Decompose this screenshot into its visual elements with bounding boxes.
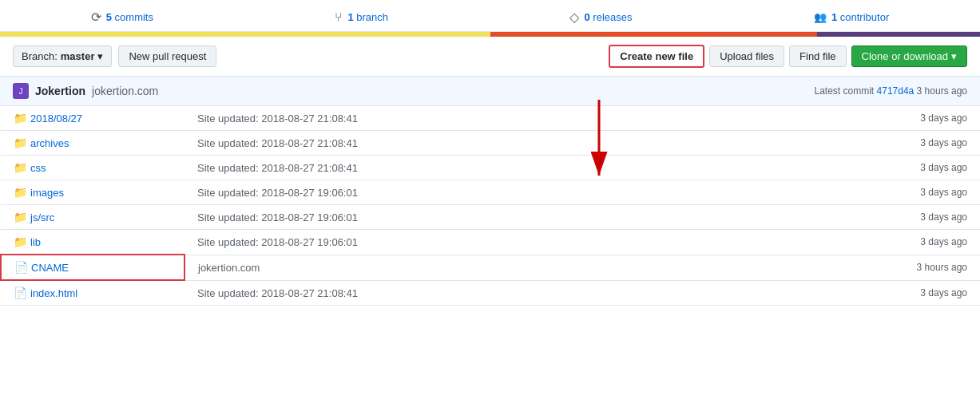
file-description: Site updated: 2018-08-27 19:06:01 — [197, 211, 358, 223]
branch-selector[interactable]: Branch: master ▾ — [13, 45, 112, 67]
table-row: 📁cssSite updated: 2018-08-27 21:08:413 d… — [1, 156, 980, 180]
table-row: 📄index.htmlSite updated: 2018-08-27 21:0… — [1, 280, 980, 306]
contributors-icon: 👥 — [814, 11, 827, 23]
language-bar — [0, 32, 980, 37]
folder-link[interactable]: css — [30, 162, 46, 174]
file-description-cell: jokertion.com — [184, 255, 749, 280]
file-name-cell: 📄CNAME — [1, 255, 184, 280]
lang-seg-3 — [817, 32, 981, 37]
branch-icon: ⑂ — [335, 10, 343, 25]
file-description-cell: Site updated: 2018-08-27 21:08:41 — [184, 131, 749, 156]
commit-meta: Latest commit 4717d4a 3 hours ago — [815, 85, 968, 97]
toolbar-left: Branch: master ▾ New pull request — [13, 45, 216, 67]
username-link[interactable]: Jokertion — [35, 85, 85, 97]
file-time-cell: 3 days ago — [749, 180, 980, 205]
file-name-cell: 📁lib — [1, 230, 184, 255]
file-table: 📁2018/08/27Site updated: 2018-08-27 21:0… — [0, 106, 980, 306]
lang-seg-1 — [0, 32, 490, 37]
contributors-link[interactable]: 1 contributor — [831, 11, 889, 23]
folder-icon: 📁 — [14, 186, 27, 199]
branch-count: 1 — [347, 11, 353, 23]
contributors-stat: 👥 1 contributor — [814, 11, 889, 23]
releases-stat: ◇ 0 releases — [569, 10, 632, 25]
branch-label: Branch: — [22, 50, 58, 62]
file-description-cell: Site updated: 2018-08-27 21:08:41 — [184, 156, 749, 180]
commits-icon: ⟳ — [91, 10, 101, 25]
table-row: 📁2018/08/27Site updated: 2018-08-27 21:0… — [1, 106, 980, 131]
file-description-cell: Site updated: 2018-08-27 19:06:01 — [184, 230, 749, 255]
chevron-down-icon: ▾ — [97, 50, 103, 62]
commits-link[interactable]: 5 commits — [106, 11, 153, 23]
file-name-cell: 📁2018/08/27 — [1, 106, 184, 131]
file-description-cell: Site updated: 2018-08-27 19:06:01 — [184, 205, 749, 230]
releases-count: 0 — [584, 11, 589, 23]
user-domain: jokertion.com — [92, 85, 158, 97]
contributor-count: 1 — [831, 11, 837, 23]
avatar: J — [13, 83, 29, 99]
file-link[interactable]: index.html — [30, 287, 77, 299]
branch-name: master — [61, 50, 95, 62]
page-wrapper: ⟳ 5 commits ⑂ 1 branch ◇ 0 releases 👥 1 — [0, 0, 980, 306]
folder-icon: 📁 — [14, 161, 27, 174]
table-row: 📄CNAMEjokertion.com3 hours ago — [1, 255, 980, 280]
latest-commit-row: J Jokertion jokertion.com Latest commit … — [0, 77, 980, 106]
contributor-label: contributor — [840, 11, 889, 23]
file-time-cell: 3 days ago — [749, 131, 980, 156]
folder-icon: 📁 — [14, 136, 27, 149]
file-name-cell: 📁images — [1, 180, 184, 205]
commits-count: 5 — [106, 11, 112, 23]
commit-author-info: J Jokertion jokertion.com — [13, 83, 158, 99]
folder-link[interactable]: images — [30, 187, 64, 199]
file-description: jokertion.com — [198, 262, 260, 274]
table-row: 📁imagesSite updated: 2018-08-27 19:06:01… — [1, 180, 980, 205]
find-file-button[interactable]: Find file — [789, 45, 847, 67]
file-description: Site updated: 2018-08-27 21:08:41 — [197, 162, 358, 174]
clone-dropdown-icon: ▾ — [951, 50, 957, 62]
new-pull-request-button[interactable]: New pull request — [118, 45, 216, 67]
branch-label: branch — [356, 11, 388, 23]
file-icon: 📄 — [14, 286, 27, 299]
file-time-cell: 3 days ago — [749, 230, 980, 255]
branches-link[interactable]: 1 branch — [347, 11, 388, 23]
file-description: Site updated: 2018-08-27 21:08:41 — [197, 137, 358, 149]
commit-time: 3 hours ago — [917, 85, 967, 97]
file-name-cell: 📁js/src — [1, 205, 184, 230]
clone-or-download-button[interactable]: Clone or download ▾ — [851, 45, 967, 67]
file-description: Site updated: 2018-08-27 21:08:41 — [197, 287, 358, 299]
file-description: Site updated: 2018-08-27 19:06:01 — [197, 187, 358, 199]
file-description: Site updated: 2018-08-27 19:06:01 — [197, 236, 358, 248]
folder-link[interactable]: 2018/08/27 — [30, 113, 82, 124]
repo-stats-bar: ⟳ 5 commits ⑂ 1 branch ◇ 0 releases 👥 1 — [0, 0, 980, 32]
releases-link[interactable]: 0 releases — [584, 11, 632, 23]
create-new-file-button[interactable]: Create new file — [609, 45, 704, 68]
releases-label: releases — [593, 11, 632, 23]
file-description-cell: Site updated: 2018-08-27 19:06:01 — [184, 180, 749, 205]
folder-link[interactable]: js/src — [30, 211, 54, 223]
upload-files-button[interactable]: Upload files — [709, 45, 784, 67]
table-row: 📁js/srcSite updated: 2018-08-27 19:06:01… — [1, 205, 980, 230]
commits-label: commits — [115, 11, 153, 23]
toolbar-right: Create new file Upload files Find file C… — [609, 45, 967, 68]
table-row: 📁archivesSite updated: 2018-08-27 21:08:… — [1, 131, 980, 156]
folder-link[interactable]: archives — [30, 137, 69, 149]
file-link[interactable]: CNAME — [31, 262, 69, 274]
folder-icon: 📁 — [14, 112, 27, 124]
file-time-cell: 3 days ago — [749, 156, 980, 180]
commit-hash-link[interactable]: 4717d4a — [877, 85, 915, 97]
folder-icon: 📁 — [14, 235, 27, 248]
clone-download-label: Clone or download — [862, 50, 948, 62]
folder-link[interactable]: lib — [30, 236, 41, 248]
table-row: 📁libSite updated: 2018-08-27 19:06:013 d… — [1, 230, 980, 255]
file-icon: 📄 — [14, 261, 28, 274]
latest-commit-label: Latest commit — [815, 85, 875, 97]
file-time-cell: 3 hours ago — [749, 255, 980, 280]
file-description-cell: Site updated: 2018-08-27 21:08:41 — [184, 280, 749, 306]
folder-icon: 📁 — [14, 211, 27, 223]
file-time-cell: 3 days ago — [749, 106, 980, 131]
lang-seg-2 — [490, 32, 817, 37]
branches-stat: ⑂ 1 branch — [335, 10, 388, 25]
releases-icon: ◇ — [569, 10, 579, 25]
file-description-cell: Site updated: 2018-08-27 21:08:41 — [184, 106, 749, 131]
file-name-cell: 📁archives — [1, 131, 184, 156]
commits-stat: ⟳ 5 commits — [91, 10, 153, 25]
